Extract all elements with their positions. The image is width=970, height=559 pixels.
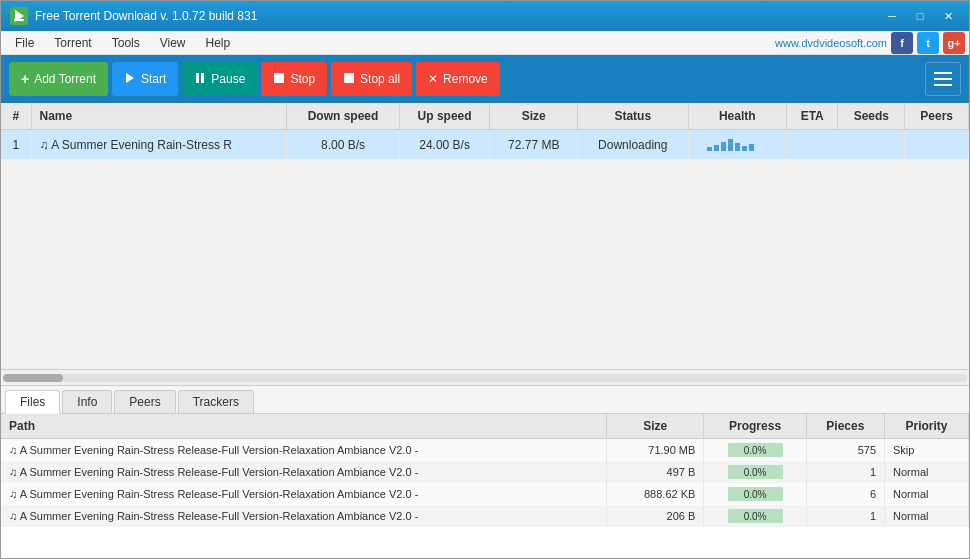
maximize-button[interactable]: □ xyxy=(907,6,933,26)
window-controls: ─ □ ✕ xyxy=(879,6,961,26)
minimize-button[interactable]: ─ xyxy=(879,6,905,26)
file-priority: Skip xyxy=(885,439,969,462)
scroll-thumb[interactable] xyxy=(3,374,63,382)
file-row[interactable]: ♫ A Summer Evening Rain-Stress Release-F… xyxy=(1,505,969,527)
title-bar: Free Torrent Download v. 1.0.72 build 83… xyxy=(1,1,969,31)
plus-icon: + xyxy=(21,71,29,87)
torrent-status: Downloading xyxy=(577,130,688,160)
googleplus-button[interactable]: g+ xyxy=(943,32,965,54)
twitter-button[interactable]: t xyxy=(917,32,939,54)
svg-rect-6 xyxy=(274,73,284,83)
tab-peers[interactable]: Peers xyxy=(114,390,175,413)
svg-marker-3 xyxy=(126,73,134,83)
hamburger-line-2 xyxy=(934,78,952,80)
stop-all-icon xyxy=(343,72,355,87)
torrent-eta xyxy=(787,130,838,160)
file-pieces: 1 xyxy=(806,461,884,483)
hamburger-menu-button[interactable] xyxy=(925,62,961,96)
file-row[interactable]: ♫ A Summer Evening Rain-Stress Release-F… xyxy=(1,461,969,483)
dvd-link[interactable]: www.dvdvideosoft.com xyxy=(775,37,887,49)
menu-items: File Torrent Tools View Help xyxy=(5,34,240,52)
add-torrent-button[interactable]: + Add Torrent xyxy=(9,62,108,96)
stop-button[interactable]: Stop xyxy=(261,62,327,96)
pause-icon xyxy=(194,72,206,87)
tab-info[interactable]: Info xyxy=(62,390,112,413)
torrent-seeds xyxy=(838,130,905,160)
remove-icon: ✕ xyxy=(428,72,438,86)
pause-button[interactable]: Pause xyxy=(182,62,257,96)
svg-rect-7 xyxy=(344,73,354,83)
torrent-up-speed: 24.00 B/s xyxy=(399,130,490,160)
file-row[interactable]: ♫ A Summer Evening Rain-Stress Release-F… xyxy=(1,483,969,505)
file-progress: 0.0% xyxy=(704,461,806,483)
file-progress: 0.0% xyxy=(704,439,806,462)
menu-tools[interactable]: Tools xyxy=(102,34,150,52)
file-size: 497 B xyxy=(607,461,704,483)
svg-rect-4 xyxy=(196,73,199,83)
main-content: # Name Down speed Up speed Size Status H… xyxy=(1,103,969,559)
facebook-button[interactable]: f xyxy=(891,32,913,54)
menu-help[interactable]: Help xyxy=(196,34,241,52)
col-health: Health xyxy=(688,103,787,130)
app-icon xyxy=(9,6,29,26)
col-status: Status xyxy=(577,103,688,130)
window-title: Free Torrent Download v. 1.0.72 build 83… xyxy=(35,9,879,23)
files-table-body: ♫ A Summer Evening Rain-Stress Release-F… xyxy=(1,439,969,528)
torrent-table-body: 1 ♫ A Summer Evening Rain-Stress R 8.00 … xyxy=(1,130,969,160)
svg-rect-5 xyxy=(201,73,204,83)
col-up-speed: Up speed xyxy=(399,103,490,130)
menu-torrent[interactable]: Torrent xyxy=(44,34,101,52)
files-col-size: Size xyxy=(607,414,704,439)
start-button[interactable]: Start xyxy=(112,62,178,96)
files-table-wrapper: Path Size Progress Pieces Priority ♫ A S… xyxy=(1,414,969,559)
col-name: Name xyxy=(31,103,287,130)
col-down-speed: Down speed xyxy=(287,103,399,130)
file-progress: 0.0% xyxy=(704,505,806,527)
files-col-priority: Priority xyxy=(885,414,969,439)
file-priority: Normal xyxy=(885,483,969,505)
hamburger-line-3 xyxy=(934,84,952,86)
svg-rect-2 xyxy=(14,19,24,21)
files-table-header: Path Size Progress Pieces Priority xyxy=(1,414,969,439)
file-progress: 0.0% xyxy=(704,483,806,505)
files-col-path: Path xyxy=(1,414,607,439)
menu-file[interactable]: File xyxy=(5,34,44,52)
close-button[interactable]: ✕ xyxy=(935,6,961,26)
menu-bar: File Torrent Tools View Help www.dvdvide… xyxy=(1,31,969,55)
file-path: ♫ A Summer Evening Rain-Stress Release-F… xyxy=(1,483,607,505)
col-eta: ETA xyxy=(787,103,838,130)
file-size: 206 B xyxy=(607,505,704,527)
file-priority: Normal xyxy=(885,505,969,527)
horizontal-scrollbar[interactable] xyxy=(1,369,969,385)
col-size: Size xyxy=(490,103,577,130)
menu-right: www.dvdvideosoft.com f t g+ xyxy=(775,32,965,54)
stop-icon xyxy=(273,72,285,87)
col-seeds: Seeds xyxy=(838,103,905,130)
torrent-row[interactable]: 1 ♫ A Summer Evening Rain-Stress R 8.00 … xyxy=(1,130,969,160)
file-priority: Normal xyxy=(885,461,969,483)
torrent-table: # Name Down speed Up speed Size Status H… xyxy=(1,103,969,159)
scroll-track[interactable] xyxy=(3,374,967,382)
file-row[interactable]: ♫ A Summer Evening Rain-Stress Release-F… xyxy=(1,439,969,462)
toolbar: + Add Torrent Start Pause Stop Stop all … xyxy=(1,55,969,103)
torrent-health xyxy=(688,130,787,160)
torrent-size: 72.77 MB xyxy=(490,130,577,160)
bottom-panel: Files Info Peers Trackers Path Size Prog… xyxy=(1,385,969,559)
stop-all-button[interactable]: Stop all xyxy=(331,62,412,96)
file-path: ♫ A Summer Evening Rain-Stress Release-F… xyxy=(1,439,607,462)
tab-trackers[interactable]: Trackers xyxy=(178,390,254,413)
tab-files[interactable]: Files xyxy=(5,390,60,414)
col-peers: Peers xyxy=(905,103,969,130)
start-icon xyxy=(124,72,136,87)
file-size: 71.90 MB xyxy=(607,439,704,462)
file-path: ♫ A Summer Evening Rain-Stress Release-F… xyxy=(1,461,607,483)
tabs-bar: Files Info Peers Trackers xyxy=(1,386,969,414)
hamburger-line-1 xyxy=(934,72,952,74)
menu-view[interactable]: View xyxy=(150,34,196,52)
remove-button[interactable]: ✕ Remove xyxy=(416,62,500,96)
files-table: Path Size Progress Pieces Priority ♫ A S… xyxy=(1,414,969,527)
torrent-list-area: # Name Down speed Up speed Size Status H… xyxy=(1,103,969,369)
torrent-down-speed: 8.00 B/s xyxy=(287,130,399,160)
torrent-num: 1 xyxy=(1,130,31,160)
torrent-table-header: # Name Down speed Up speed Size Status H… xyxy=(1,103,969,130)
